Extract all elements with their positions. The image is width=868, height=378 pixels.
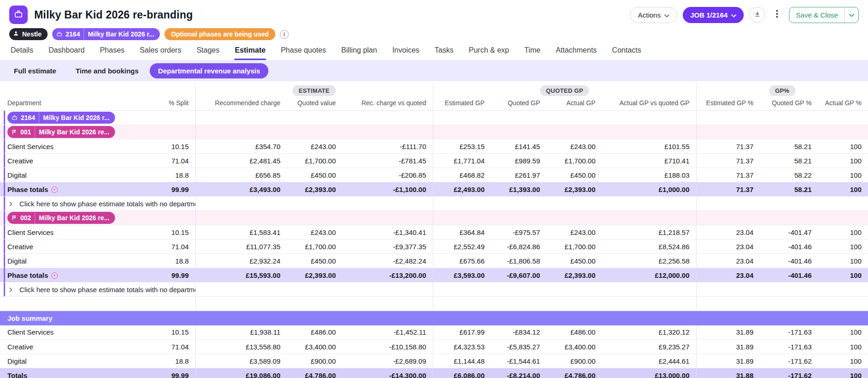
table-cell: £450.00 (546, 254, 602, 268)
phase-badge-row: 001Milky Bar Kid 2026 re... (0, 125, 868, 139)
subtab-full-estimate[interactable]: Full estimate (6, 63, 65, 78)
column-header-actual-gp-vs-quoted-gp: Actual GP vs quoted GP (602, 97, 696, 111)
table-cell: 18.8 (129, 168, 195, 182)
badge-name: Milky Bar Kid 2026 re... (35, 214, 115, 222)
table-cell: 100 (818, 139, 868, 154)
table-cell: -£834.12 (491, 325, 546, 340)
save-and-close-button[interactable]: Save & Close (789, 7, 844, 23)
job-summary-label-cell: Job summary (0, 311, 868, 325)
column-header-actual-gp: Actual GP (546, 97, 602, 111)
scroll-down-button[interactable] (749, 7, 765, 23)
tab-invoices[interactable]: Invoices (392, 46, 420, 60)
tab-dashboard[interactable]: Dashboard (48, 46, 85, 60)
expand-phase-totals-cell[interactable]: Click here to show phase estimate totals… (0, 282, 195, 297)
phase-totals-info-icon[interactable] (51, 272, 58, 279)
tab-sales-orders[interactable]: Sales orders (140, 46, 182, 60)
table-cell: £675.66 (433, 254, 491, 268)
table-cell (195, 125, 433, 139)
table-cell: 58.21 (760, 154, 818, 168)
table-cell: £1,938.11 (195, 325, 287, 340)
subtab-time-and-bookings[interactable]: Time and bookings (67, 63, 147, 78)
tab-details[interactable]: Details (10, 46, 34, 60)
tab-tasks[interactable]: Tasks (434, 46, 454, 60)
info-icon[interactable]: i (280, 30, 289, 39)
save-options-button[interactable] (844, 7, 858, 23)
tab-phase-quotes[interactable]: Phase quotes (280, 46, 327, 60)
table-cell: -401.47 (760, 225, 818, 240)
table-cell (195, 211, 433, 225)
table-cell: -401.46 (760, 268, 818, 282)
table-cell: £1,771.04 (433, 154, 491, 168)
table-cell: 100 (818, 154, 868, 168)
tab-stages[interactable]: Stages (196, 46, 220, 60)
table-cell: 18.8 (129, 354, 195, 368)
table-cell: 58.22 (760, 168, 818, 182)
table-cell: £3,589.09 (195, 354, 287, 368)
table-cell: £19,086.00 (195, 368, 287, 378)
table-cell: £2,393.00 (287, 182, 342, 197)
table-cell: 100 (818, 340, 868, 354)
table-cell: £4,786.00 (287, 368, 342, 378)
table-cell: £243.00 (546, 225, 602, 240)
table-cell: £1,700.00 (287, 240, 342, 254)
table-cell (433, 211, 696, 225)
phase-totals-row: Phase totals99.99£3,493.00£2,393.00-£1,1… (0, 182, 868, 197)
tab-attachments[interactable]: Attachments (555, 46, 597, 60)
table-cell: £450.00 (287, 254, 342, 268)
department-cell: Client Services (0, 225, 129, 240)
phase-badge[interactable]: 001Milky Bar Kid 2026 re... (7, 126, 115, 138)
tab-billing-plan[interactable]: Billing plan (341, 46, 377, 60)
column-group-quoted-gp: QUOTED GP (433, 83, 696, 97)
phase-totals-info-icon[interactable] (51, 186, 58, 193)
page-title: Milky Bar Kid 2026 re-branding (34, 9, 193, 21)
table-cell: -£2,689.09 (342, 354, 433, 368)
column-header-actual-gp: Actual GP % (818, 97, 868, 111)
table-row: Digital18.8£656.85£450.00-£206.85£468.82… (0, 168, 868, 182)
table-cell: £900.00 (287, 354, 342, 368)
table-cell: 71.37 (696, 154, 760, 168)
tab-time[interactable]: Time (524, 46, 541, 60)
table-cell: -171.62 (760, 354, 818, 368)
tab-estimate[interactable]: Estimate (234, 46, 266, 60)
table-cell: £243.00 (287, 139, 342, 154)
table-cell: £486.00 (546, 325, 602, 340)
more-options-button[interactable] (771, 7, 783, 23)
job-badge[interactable]: 2164 Milky Bar Kid 2026 r... (52, 28, 160, 40)
table-cell: £12,000.00 (602, 268, 696, 282)
column-header-rec-charge-vs-quoted: Rec. charge vs quoted (342, 97, 433, 111)
column-header-quoted-gp: Quoted GP % (760, 97, 818, 111)
job-badge[interactable]: 2164Milky Bar Kid 2026 r... (7, 112, 115, 124)
tab-contacts[interactable]: Contacts (612, 46, 642, 60)
actions-button[interactable]: Actions (630, 7, 677, 23)
table-cell: 99.99 (129, 182, 195, 197)
table-cell: -£8,214.00 (491, 368, 546, 378)
table-cell (195, 297, 433, 311)
phase-badge[interactable]: 002Milky Bar Kid 2026 re... (7, 212, 115, 224)
department-cell: Digital (0, 168, 129, 182)
table-row: Client Services10.15£1,938.11£486.00-£1,… (0, 325, 868, 340)
column-group-spacer (0, 83, 195, 97)
table-cell (433, 282, 696, 297)
chevron-down-icon (849, 11, 854, 19)
tab-purch-exp[interactable]: Purch & exp (468, 46, 510, 60)
table-cell: £8,524.86 (602, 240, 696, 254)
expand-phase-totals-cell[interactable]: Click here to show phase estimate totals… (0, 197, 195, 211)
table-cell: 71.04 (129, 340, 195, 354)
table-cell: £486.00 (287, 325, 342, 340)
table-cell: 100 (818, 240, 868, 254)
table-cell: -£9,607.00 (491, 268, 546, 282)
subtab-departmental-revenue-analysis[interactable]: Departmental revenue analysis (150, 63, 268, 78)
table-cell (433, 125, 696, 139)
table-cell: 71.37 (696, 182, 760, 197)
table-cell: -£1,544.61 (491, 354, 546, 368)
job-badge-name: Milky Bar Kid 2026 r... (84, 30, 160, 38)
job-badge-cell: 2164Milky Bar Kid 2026 r... (0, 111, 195, 125)
client-badge[interactable]: Nestle (9, 28, 48, 40)
table-cell: 23.04 (696, 268, 760, 282)
table-cell: -171.63 (760, 340, 818, 354)
tab-phases[interactable]: Phases (99, 46, 125, 60)
column-group-gp: GP% (696, 83, 868, 97)
table-cell: 23.04 (696, 225, 760, 240)
job-number-button[interactable]: JOB 1/2164 (683, 7, 744, 23)
table-cell: 100 (818, 325, 868, 340)
